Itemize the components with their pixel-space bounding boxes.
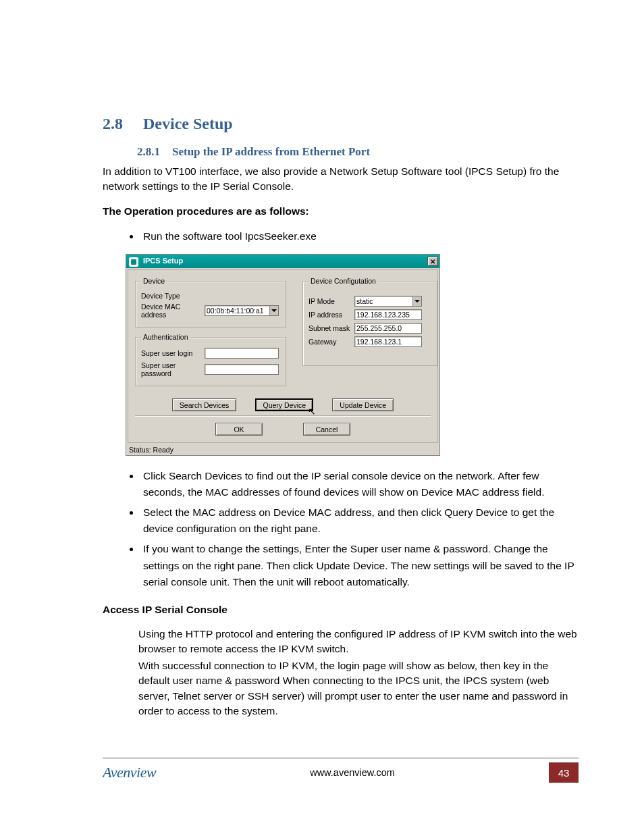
super-user-login-input[interactable] [205,348,279,359]
app-icon [129,257,138,267]
auth-legend: Authentication [141,333,190,341]
query-device-button[interactable]: Query Device [255,398,313,411]
footer-logo: Avenview [103,764,156,781]
bullet-run-software: Run the software tool IpcsSeeker.exe [140,228,579,244]
gateway-label: Gateway [308,338,354,346]
device-group: Device Device Type Device MAC address [135,277,286,328]
heading-h1-text: Device Setup [143,115,233,132]
auth-group: Authentication Super user login Super us… [135,333,286,386]
chevron-down-icon[interactable] [412,296,421,306]
device-type-label: Device Type [141,292,205,300]
window-titlebar: IPCS Setup ✕ [126,255,439,268]
page-number: 43 [549,762,579,783]
bullet-change-settings: If you want to change the settings, Ente… [140,541,579,590]
ip-mode-label: IP Mode [308,297,354,305]
bullet-search-devices: Click Search Devices to find out the IP … [140,468,579,500]
ip-mode-select[interactable] [354,296,422,307]
search-devices-button[interactable]: Search Devices [172,398,237,411]
heading-h2-text: Setup the IP address from Ethernet Port [172,145,370,158]
heading-h2: 2.8.1Setup the IP address from Ethernet … [137,145,579,159]
chevron-down-icon[interactable] [269,306,278,315]
window-title: IPCS Setup [143,257,183,265]
access-paragraph-1: Using the HTTP protocol and entering the… [138,627,579,657]
super-user-login-label: Super user login [141,349,205,357]
heading-h2-number: 2.8.1 [137,145,160,158]
close-icon[interactable]: ✕ [427,257,438,266]
heading-h1: 2.8Device Setup [103,115,579,133]
cancel-button[interactable]: Cancel [303,423,350,436]
update-device-button[interactable]: Update Device [332,398,394,411]
gateway-input[interactable] [354,336,422,347]
ip-address-label: IP address [308,311,354,319]
device-legend: Device [141,277,167,285]
subnet-mask-input[interactable] [354,323,422,334]
footer-url: www.avenview.com [156,767,549,778]
ok-button[interactable]: OK [215,423,263,436]
ip-address-input[interactable] [354,309,422,320]
config-legend: Device Configutation [308,277,378,285]
super-user-password-label: Super user password [141,361,205,377]
super-user-password-input[interactable] [205,364,279,375]
ipcs-setup-screenshot: IPCS Setup ✕ Device Device Type Device M… [126,254,440,456]
heading-h1-number: 2.8 [103,115,123,132]
procedures-label: The Operation procedures are as follows: [103,204,579,219]
device-mac-label: Device MAC address [141,303,205,319]
access-heading: Access IP Serial Console [103,602,579,617]
page-footer: Avenview www.avenview.com 43 [103,758,579,783]
bullet-select-mac: Select the MAC address on Device MAC add… [140,504,579,537]
status-bar: Status: Ready [126,444,439,455]
config-group: Device Configutation IP Mode IP address [302,277,437,366]
access-paragraph-2: With successful connection to IP KVM, th… [138,658,579,719]
device-mac-select[interactable] [205,305,279,316]
subnet-mask-label: Subnet mask [308,324,354,332]
intro-paragraph: In addition to VT100 interface, we also … [103,164,579,194]
